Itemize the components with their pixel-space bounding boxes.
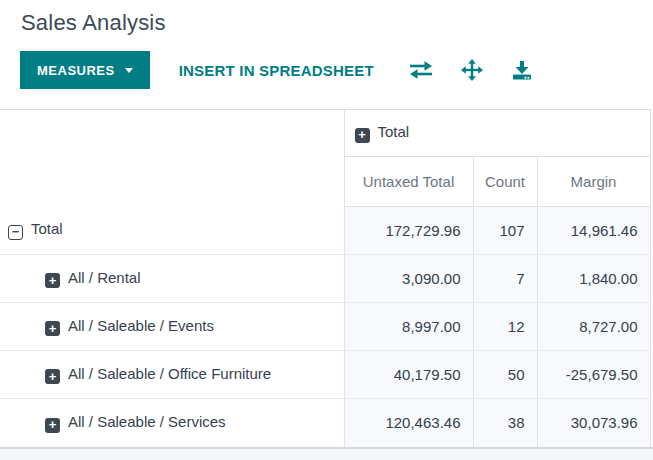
measure-header-count[interactable]: Count <box>473 157 537 207</box>
flip-axis-icon[interactable] <box>407 58 435 82</box>
value-cell: 1,840.00 <box>537 255 650 303</box>
pivot-table-container: Total Untaxed Total Count Margin Total 1… <box>0 109 653 460</box>
row-label: All / Saleable / Office Furniture <box>68 365 271 382</box>
expand-column-icon[interactable] <box>355 128 370 143</box>
control-panel: MEASURES INSERT IN SPREADSHEET <box>20 51 653 89</box>
expand-row-icon[interactable] <box>45 418 60 433</box>
row-header-all-saleable-office-furniture[interactable]: All / Saleable / Office Furniture <box>0 351 344 399</box>
table-bottom-strip <box>0 447 653 460</box>
column-group-label: Total <box>378 123 410 140</box>
table-row: Total 172,729.96 107 14,961.46 <box>0 207 650 255</box>
value-cell: 38 <box>473 399 537 447</box>
measure-header-untaxed-total[interactable]: Untaxed Total <box>344 157 473 207</box>
row-label: All / Rental <box>68 269 141 286</box>
value-cell: 14,961.46 <box>537 207 650 255</box>
insert-in-spreadsheet-button[interactable]: INSERT IN SPREADSHEET <box>179 62 374 79</box>
download-icon[interactable] <box>509 58 535 82</box>
value-cell: 8,727.00 <box>537 303 650 351</box>
page-title: Sales Analysis <box>21 10 653 36</box>
value-cell: 107 <box>473 207 537 255</box>
table-row: All / Saleable / Services 120,463.46 38 … <box>0 399 650 447</box>
value-cell: 120,463.46 <box>344 399 473 447</box>
expand-row-icon[interactable] <box>45 321 60 336</box>
row-header-all-rental[interactable]: All / Rental <box>0 255 344 303</box>
value-cell: 8,997.00 <box>344 303 473 351</box>
pivot-table: Total Untaxed Total Count Margin Total 1… <box>0 109 651 447</box>
row-header-total[interactable]: Total <box>0 207 344 255</box>
collapse-row-icon[interactable] <box>8 225 23 240</box>
value-cell: 172,729.96 <box>344 207 473 255</box>
value-cell: 40,179.50 <box>344 351 473 399</box>
value-cell: 7 <box>473 255 537 303</box>
chevron-down-icon <box>125 68 133 73</box>
row-header-all-saleable-services[interactable]: All / Saleable / Services <box>0 399 344 447</box>
value-cell: -25,679.50 <box>537 351 650 399</box>
table-row: All / Rental 3,090.00 7 1,840.00 <box>0 255 650 303</box>
row-header-all-saleable-events[interactable]: All / Saleable / Events <box>0 303 344 351</box>
row-label: Total <box>31 220 63 237</box>
expand-row-icon[interactable] <box>45 369 60 384</box>
table-row: All / Saleable / Events 8,997.00 12 8,72… <box>0 303 650 351</box>
measure-header-margin[interactable]: Margin <box>537 157 650 207</box>
row-label: All / Saleable / Events <box>68 317 214 334</box>
value-cell: 3,090.00 <box>344 255 473 303</box>
pivot-corner-cell <box>0 110 344 207</box>
value-cell: 12 <box>473 303 537 351</box>
column-group-header-total[interactable]: Total <box>344 110 650 157</box>
row-label: All / Saleable / Services <box>68 413 226 430</box>
value-cell: 50 <box>473 351 537 399</box>
expand-row-icon[interactable] <box>45 273 60 288</box>
measures-button-label: MEASURES <box>37 63 115 78</box>
value-cell: 30,073.96 <box>537 399 650 447</box>
measures-button[interactable]: MEASURES <box>20 51 150 89</box>
table-row: All / Saleable / Office Furniture 40,179… <box>0 351 650 399</box>
expand-all-icon[interactable] <box>459 57 485 83</box>
